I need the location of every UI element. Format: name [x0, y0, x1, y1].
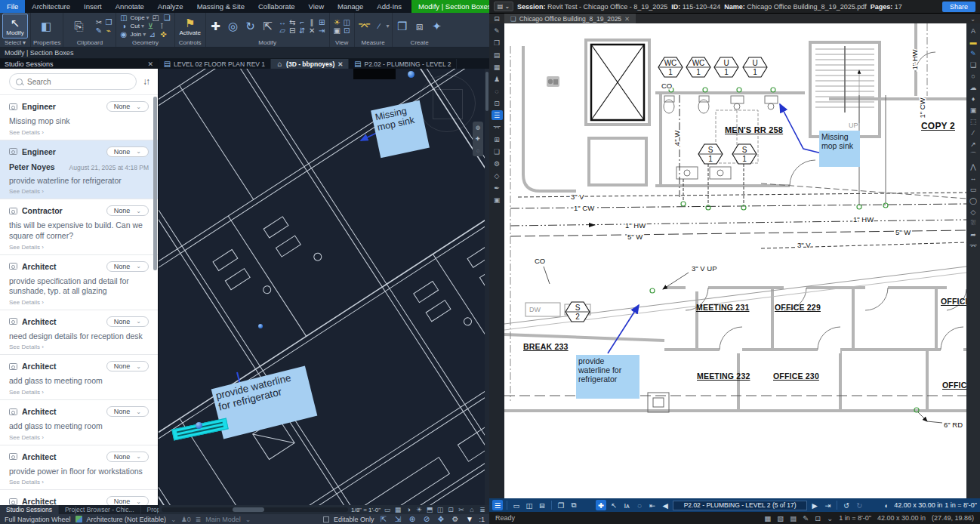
see-details-link[interactable]: See Details › [9, 299, 149, 306]
last-page-icon[interactable]: ⇥ [822, 500, 833, 510]
comment-card[interactable]: Architect None⌄ remove content See Detai… [0, 490, 158, 505]
viewport-horizontal-scrollbar[interactable] [162, 507, 348, 512]
callout-tool-icon[interactable]: ➦ [968, 230, 979, 239]
page-selector[interactable]: P2.02 - PLUMBING - LEVEL 2 (5 of 17) [673, 501, 807, 510]
status-dropdown[interactable]: None⌄ [106, 406, 149, 417]
comment-card[interactable]: Contractor None⌄ this will be expensive … [0, 199, 158, 254]
offset-icon[interactable]: ◎ [226, 20, 241, 33]
scale-icon[interactable]: ▭ [384, 506, 391, 513]
next-view-icon[interactable]: ↻ [854, 500, 864, 510]
panel-scrollbar[interactable] [153, 97, 157, 270]
rotate-icon[interactable]: ↻ [243, 20, 258, 33]
previous-view-icon[interactable]: ↺ [841, 500, 852, 510]
single-page-icon[interactable]: ▭ [511, 500, 522, 510]
search-panel-icon[interactable]: ◌ [492, 86, 503, 96]
gear-icon[interactable]: ⚙ [492, 159, 503, 168]
stamp-tool-icon[interactable]: ♦ [968, 94, 979, 103]
first-page-icon[interactable]: ⇤ [647, 500, 658, 510]
chevron-down-icon[interactable]: ⌄ [171, 516, 177, 523]
ellipse-tool-icon[interactable]: ○ [968, 71, 979, 81]
section-box-icon[interactable]: ✂ [458, 506, 465, 513]
split-view-icon[interactable]: ⊟ [537, 500, 547, 510]
chevron-down-icon[interactable]: ⌄ [970, 14, 980, 23]
workset-selector[interactable]: Architecture (Not Editable) [87, 516, 167, 523]
select-pinned-icon[interactable]: ⊕ [407, 515, 417, 524]
delete-icon[interactable]: ✕ [307, 26, 317, 35]
oval-tool-icon[interactable]: ◯ [968, 196, 979, 205]
document-tab[interactable]: ❏ Chicago Office Building_8_19_2025 ✕ [504, 14, 636, 23]
tool-chest-icon[interactable]: ✎ [492, 26, 503, 35]
extend-icon[interactable]: ⇥ [317, 26, 327, 35]
drag-elements-icon[interactable]: ✥ [436, 515, 445, 524]
see-details-link[interactable]: See Details › [9, 244, 149, 251]
snap-icon[interactable]: ▧ [777, 514, 784, 522]
select-by-face-icon[interactable]: ⊘ [421, 515, 431, 524]
group-icon[interactable]: ❒ [395, 20, 410, 33]
contrast-icon[interactable]: ◐ [881, 500, 892, 510]
status-dropdown[interactable]: None⌄ [106, 361, 149, 371]
reveal-icon[interactable]: ⊡ [342, 26, 352, 35]
tab-insert[interactable]: Insert [77, 0, 109, 13]
measure-tool-icon[interactable]: ⌤ [968, 241, 979, 251]
status-dropdown[interactable]: None⌄ [106, 452, 149, 462]
view-tab-level02[interactable]: ▤LEVEL 02 FLOOR PLAN REV 1 [159, 59, 271, 69]
view-tab-p202[interactable]: ▤P2.02 - PLUMBING - LEVEL 2 [349, 59, 457, 69]
text-select-tool-icon[interactable]: Iᴀ [621, 500, 632, 510]
status-dropdown[interactable]: None⌄ [106, 316, 149, 327]
cut-row[interactable]: ◑Cut▾⊻⊺ [119, 22, 166, 30]
thumbnails-icon[interactable]: ▦ [492, 62, 503, 72]
see-details-link[interactable]: See Details › [9, 129, 149, 136]
comment-card[interactable]: Engineer None⌄ Missing mop sink See Deta… [0, 95, 158, 140]
design-option-selector[interactable]: Main Model [205, 516, 241, 523]
comment-marker-sphere[interactable] [258, 324, 263, 328]
see-details-link[interactable]: See Details › [9, 188, 149, 195]
move-icon[interactable]: ✚ [208, 20, 223, 33]
crop-view-icon[interactable]: ◫ [436, 506, 444, 513]
search-input[interactable] [27, 78, 130, 86]
modify-button[interactable]: ↖ Modify [2, 14, 28, 39]
sun-path-icon[interactable]: ☀ [415, 506, 423, 513]
image-tool-icon[interactable]: ▣ [968, 105, 979, 115]
gear-icon[interactable]: ⚙ [450, 515, 460, 524]
share-button[interactable]: Share [942, 2, 975, 12]
view-tab-3d[interactable]: ⌂(3D - bbpnoyes)✕ [271, 59, 349, 69]
pan-tool-icon[interactable]: ✚ [476, 136, 480, 142]
ruler-icon[interactable]: ⌤ [357, 20, 372, 33]
dimension-tool-icon[interactable]: ↔ [968, 173, 979, 183]
see-details-link[interactable]: See Details › [9, 434, 149, 441]
tab-view[interactable]: View [302, 0, 331, 13]
rectangle-tool-icon[interactable]: ▭ [968, 184, 979, 194]
comment-card-selected[interactable]: Engineer None⌄ Peter Noyes August 21, 20… [0, 140, 158, 200]
pan-tool-icon[interactable]: ✚ [596, 500, 606, 510]
panel-select-label[interactable]: Select▾ [2, 39, 28, 47]
file-access-icon[interactable]: ❐ [492, 38, 503, 48]
forms-icon[interactable]: ▣ [492, 195, 503, 205]
status-dropdown[interactable]: None⌄ [106, 101, 149, 112]
layout-icon[interactable]: ⊡ [815, 514, 821, 522]
brush-icon[interactable]: ⌁ [103, 26, 113, 35]
layers-icon[interactable]: ❏ [492, 146, 503, 156]
links-icon[interactable]: ◇ [492, 171, 503, 180]
chevron-down-icon[interactable]: ⌄ [827, 514, 833, 522]
pen-tool-icon[interactable]: ✎ [968, 48, 979, 58]
pin-icon[interactable]: ⊟ [288, 26, 297, 35]
tab-add-ins[interactable]: Add-Ins [370, 0, 408, 13]
signatures-icon[interactable]: ✒ [492, 183, 503, 193]
note-tool-icon[interactable]: ❑ [968, 60, 979, 69]
sort-icon[interactable]: ↓↑ [143, 76, 149, 87]
match-properties-icon[interactable]: ✎ [94, 26, 103, 35]
panel-access-icon[interactable]: ⊟ [489, 14, 504, 23]
tab-collaborate[interactable]: Collaborate [251, 0, 302, 13]
next-page-icon[interactable]: ▶ [809, 500, 820, 510]
highlight-tool-icon[interactable]: ▬ [968, 37, 979, 47]
pdf-annotation-waterline[interactable]: provide waterline for refrigerator [576, 355, 639, 399]
studio-icon[interactable]: ♟ [492, 74, 503, 84]
comment-marker-sphere[interactable] [196, 422, 202, 429]
filter-icon[interactable]: ▼ [464, 515, 474, 524]
comment-card[interactable]: Architect None⌄ provide power in floor f… [0, 445, 158, 491]
pdf-page[interactable]: WC1 WC1 U1 U1 S1 S1 S2 3" V 1" CW 1" HW … [504, 23, 966, 498]
model-annotation-mop[interactable]: Missing mop sink [371, 100, 430, 158]
select-link-icon[interactable]: ⇱ [378, 515, 388, 524]
tab-project-browser[interactable]: Project Browser - Chic... [59, 505, 141, 514]
editable-only-checkbox[interactable] [323, 516, 329, 522]
